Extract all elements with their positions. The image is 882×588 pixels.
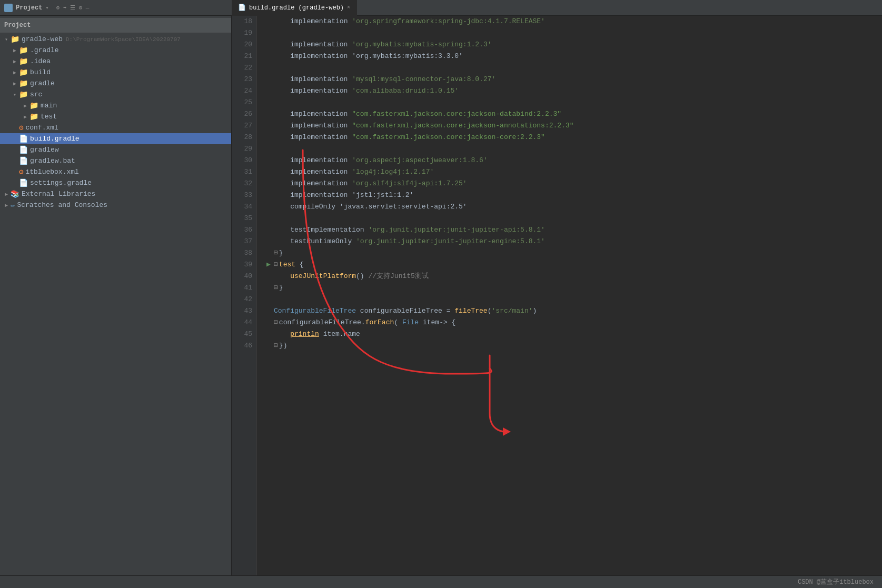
ln-37: 37 [232,236,252,247]
title-bar-left: Project ▾ ⚙ ⬌ ☰ ⚙ — [0,4,232,12]
arrow-icon: ▶ [11,47,19,54]
code-line-30: implementation 'org.aspectj:aspectjweave… [263,155,882,166]
sidebar-item-build-gradle[interactable]: ▶ 📄 build.gradle [0,133,231,144]
code-line-26: implementation "com.fasterxml.jackson.co… [263,108,882,120]
ln-25: 25 [232,97,252,108]
code-line-29 [263,143,882,155]
folder-icon: 📁 [29,112,38,121]
ln-31: 31 [232,166,252,178]
sidebar-item-gradle-web[interactable]: ▾ 📁 gradle-web D:\ProgramWorkSpace\IDEA\… [0,34,231,45]
code-line-36: testImplementation 'org.junit.jupiter:ju… [263,224,882,236]
code-line-28: implementation "com.fasterxml.jackson.co… [263,132,882,143]
code-line-39: ▶ ⊟test { [263,259,882,271]
code-line-32: implementation 'org.slf4j:slf4j-api:1.7.… [263,178,882,190]
sidebar-item-external-libraries[interactable]: ▶ 📚 External Libraries [0,188,231,200]
code-line-37: testRuntimeOnly 'org.junit.jupiter:junit… [263,236,882,247]
sidebar-item-dotidea[interactable]: ▶ 📁 .idea [0,56,231,67]
arrow-icon: ▶ [11,69,19,76]
sidebar-item-conf-xml[interactable]: ▶ ⚙ conf.xml [0,122,231,133]
ln-45: 45 [232,328,252,340]
ln-44: 44 [232,317,252,328]
project-dropdown-icon[interactable]: ▾ [45,5,48,11]
sidebar-item-test[interactable]: ▶ 📁 test [0,111,231,122]
library-icon: 📚 [11,190,19,198]
folder-icon: 📁 [19,90,28,99]
folder-icon: 📁 [19,79,28,88]
code-line-43: ConfigurableFileTree configurableFileTre… [263,305,882,317]
code-line-27: implementation "com.fasterxml.jackson.co… [263,120,882,132]
main-content: Project ▾ 📁 gradle-web D:\ProgramWorkSpa… [0,16,882,575]
file-icon: 📄 [19,156,28,165]
ln-41: 41 [232,282,252,294]
ln-39: 39 [232,259,252,271]
sidebar-item-label: conf.xml [25,124,58,132]
sidebar-item-gradlew-bat[interactable]: ▶ 📄 gradlew.bat [0,155,231,166]
tab-close-button[interactable]: × [347,5,350,11]
folder-icon: 📁 [19,46,28,55]
sidebar-item-label: itbluebox.xml [25,168,78,176]
code-line-24: implementation 'com.alibaba:druid:1.0.15… [263,85,882,97]
code-line-45: println item.name [263,328,882,340]
sidebar-item-label: .idea [30,57,51,65]
code-line-21: implementation 'org.mybatis:mybatis:3.3.… [263,51,882,62]
ln-28: 28 [232,132,252,143]
sidebar-item-dotgradle[interactable]: ▶ 📁 .gradle [0,45,231,56]
code-line-42 [263,294,882,305]
sidebar-item-label: src [30,91,42,98]
sidebar-item-settings-gradle[interactable]: ▶ 📄 settings.gradle [0,177,231,188]
tab-bar: 📄 build.gradle (gradle-web) × [232,0,882,16]
ln-27: 27 [232,120,252,132]
code-line-38: ⊟} [263,247,882,259]
code-line-33: implementation 'jstl:jstl:1.2' [263,190,882,201]
ln-23: 23 [232,74,252,85]
code-line-20: implementation 'org.mybatis:mybatis-spri… [263,39,882,51]
credit-label: CSDN @蓝盒子itbluebox [798,577,874,586]
ln-35: 35 [232,213,252,224]
arrow-icon: ▶ [21,114,29,120]
sidebar-item-label: main [41,102,57,109]
sidebar-item-itbluebox-xml[interactable]: ▶ ⚙ itbluebox.xml [0,166,231,177]
ln-20: 20 [232,39,252,51]
tab-label: build.gradle (gradle-web) [249,4,344,12]
code-editor[interactable]: 18 19 20 21 22 23 24 25 26 27 28 29 30 3… [232,16,882,575]
sidebar-item-gradle[interactable]: ▶ 📁 gradle [0,78,231,89]
code-line-22 [263,62,882,74]
ln-36: 36 [232,224,252,236]
sidebar-item-build[interactable]: ▶ 📁 build [0,67,231,78]
sidebar-item-src[interactable]: ▾ 📁 src [0,89,231,100]
arrow-icon: ▶ [2,191,11,197]
tab-build-gradle[interactable]: 📄 build.gradle (gradle-web) × [232,0,357,16]
ln-29: 29 [232,143,252,155]
folder-icon: 📁 [29,101,38,110]
sidebar-item-label: gradle [30,79,55,87]
ln-30: 30 [232,155,252,166]
gradle-file-icon: 📄 [19,178,28,187]
project-label[interactable]: Project [16,4,42,12]
scratches-icon: ✏️ [11,201,15,210]
sidebar-item-label: External Libraries [22,190,95,198]
code-line-31: implementation 'log4j:log4j:1.2.17' [263,166,882,178]
ln-40: 40 [232,271,252,282]
ln-32: 32 [232,178,252,190]
line-numbers: 18 19 20 21 22 23 24 25 26 27 28 29 30 3… [232,16,257,575]
folder-icon: 📁 [11,35,19,44]
sidebar-item-main[interactable]: ▶ 📁 main [0,100,231,111]
code-line-25 [263,97,882,108]
arrow-icon: ▶ [2,202,11,208]
sidebar-item-label: build.gradle [30,135,80,143]
ln-19: 19 [232,27,252,39]
code-line-23: implementation 'mysql:mysql-connector-ja… [263,74,882,85]
sidebar-item-label: gradlew.bat [30,157,75,165]
sidebar-title: Project [4,22,31,29]
code-line-35 [263,213,882,224]
file-icon: 📄 [19,145,28,154]
folder-icon: 📁 [19,68,28,77]
sidebar-item-scratches[interactable]: ▶ ✏️ Scratches and Consoles [0,200,231,211]
gradle-file-icon: 📄 [19,134,28,143]
code-line-19 [263,27,882,39]
ln-46: 46 [232,340,252,352]
sidebar-item-label: gradlew [30,146,59,154]
sidebar: Project ▾ 📁 gradle-web D:\ProgramWorkSpa… [0,16,232,575]
sidebar-item-gradlew[interactable]: ▶ 📄 gradlew [0,144,231,155]
code-line-41: ⊟} [263,282,882,294]
